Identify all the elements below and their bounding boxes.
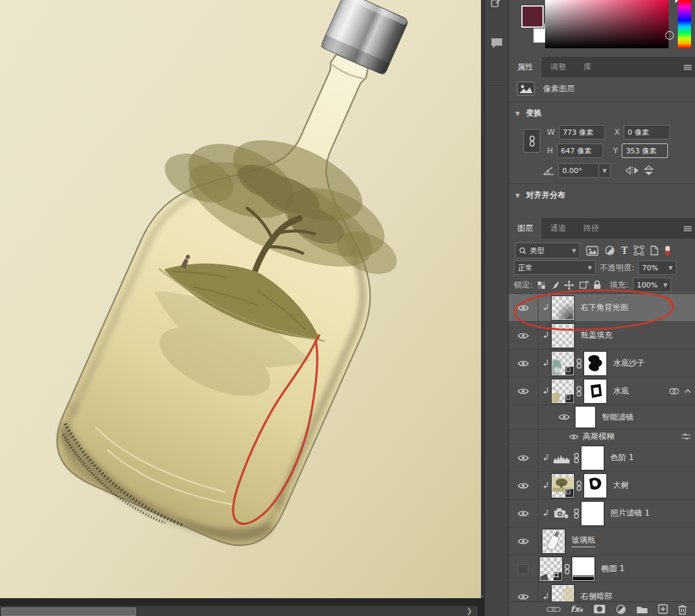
tab-layers[interactable]: 图层 [509, 218, 542, 239]
visibility-eye-icon[interactable] [509, 472, 538, 499]
layer-name[interactable]: 玻璃瓶 [571, 535, 595, 547]
filter-blending-options-icon[interactable] [681, 433, 691, 440]
delete-layer-trash-icon[interactable] [678, 604, 687, 615]
flip-horizontal-icon[interactable] [625, 166, 640, 175]
height-field[interactable]: 647 像素 [557, 143, 603, 158]
layer-row[interactable]: 瓶盖填充 [509, 322, 695, 350]
visibility-eye-icon[interactable] [509, 583, 538, 601]
visibility-eye-icon[interactable] [509, 350, 538, 377]
vector-mask-thumbnail[interactable] [572, 557, 595, 581]
scrollbar-thumb[interactable] [1, 607, 136, 616]
layer-name[interactable]: 照片滤镜 1 [610, 508, 649, 519]
layer-name[interactable]: 右下角背光面 [581, 302, 628, 313]
layer-name[interactable]: 右侧暗部 [581, 591, 612, 601]
layer-row-selected[interactable]: 右下角背光面 [509, 294, 695, 322]
tab-adjustments[interactable]: 调整 [542, 57, 575, 77]
layer-style-fx-icon[interactable]: fx▼ [571, 604, 583, 614]
link-layers-icon[interactable] [546, 606, 561, 613]
layer-row[interactable]: 色阶 1 [509, 444, 695, 472]
rotation-angle-field[interactable]: 0.00° [558, 163, 599, 178]
layer-mask-thumbnail[interactable] [584, 474, 606, 498]
layer-mask-thumbnail[interactable] [581, 502, 604, 525]
new-layer-icon[interactable] [658, 604, 668, 614]
scroll-right-arrow[interactable]: ❯ [466, 607, 472, 615]
link-dimensions-button[interactable] [523, 129, 540, 153]
fill-value[interactable]: 100%▼ [633, 278, 671, 292]
opacity-value[interactable]: 70%▼ [638, 260, 677, 275]
layer-row[interactable]: 玻璃瓶 [509, 527, 695, 555]
lock-pixels-brush-icon[interactable] [550, 280, 560, 289]
layer-row[interactable]: 大树 [509, 472, 695, 500]
smart-object-thumbnail[interactable] [552, 474, 574, 498]
panel-menu-icon[interactable] [683, 64, 692, 71]
visibility-eye-icon[interactable] [509, 500, 538, 527]
filter-name[interactable]: 高斯模糊 [583, 431, 614, 442]
layer-mask-thumbnail[interactable] [584, 352, 606, 375]
layer-row[interactable]: 照片滤镜 1 [509, 500, 695, 527]
tab-channels[interactable]: 通道 [542, 218, 575, 239]
visibility-eye-icon[interactable] [509, 444, 538, 471]
edit-tool-icon[interactable] [490, 0, 503, 9]
layer-row[interactable]: 右侧暗部 [509, 583, 695, 601]
filter-toggle-pin-icon[interactable] [665, 245, 671, 256]
foreground-color-swatch[interactable] [521, 5, 544, 28]
visibility-eye-icon[interactable] [509, 377, 538, 404]
smart-filter-item-row[interactable]: 高斯模糊 [509, 430, 695, 444]
layer-filter-select[interactable]: 类型▼ [515, 243, 580, 258]
shape-layer-thumbnail[interactable] [540, 557, 562, 581]
smart-object-thumbnail[interactable] [552, 379, 574, 403]
lock-artboard-icon[interactable] [579, 281, 589, 289]
layer-name[interactable]: 椭圆 1 [601, 563, 624, 574]
layer-name[interactable]: 水底沙子 [613, 358, 645, 369]
x-field[interactable]: 0 像素 [624, 125, 670, 139]
horizontal-scrollbar[interactable]: ❯ [0, 605, 478, 616]
smart-object-thumbnail[interactable] [552, 352, 574, 375]
layer-row[interactable]: 水底沙子 [509, 350, 695, 377]
visibility-eye-icon[interactable] [509, 294, 538, 321]
layer-name[interactable]: 色阶 1 [610, 452, 634, 463]
align-distribute-header[interactable]: ▼ 对齐并分布 [515, 190, 566, 201]
visibility-eye-icon[interactable] [509, 322, 538, 349]
layer-thumbnail[interactable] [542, 529, 565, 553]
new-group-folder-icon[interactable] [636, 605, 648, 614]
panel-menu-icon[interactable] [683, 225, 692, 232]
color-cursor[interactable] [665, 31, 674, 40]
saturation-brightness-field[interactable] [545, 0, 669, 48]
filter-pixel-layers-icon[interactable] [586, 246, 599, 256]
layer-mask-thumbnail[interactable] [581, 446, 604, 470]
visibility-eye-icon[interactable] [558, 413, 570, 421]
visibility-eye-icon[interactable] [569, 434, 579, 440]
layer-thumbnail[interactable] [552, 324, 574, 348]
lock-all-icon[interactable] [593, 280, 601, 289]
y-field[interactable]: 353 像素 [622, 143, 668, 158]
document-canvas[interactable] [0, 0, 481, 598]
smart-filters-row[interactable]: 智能滤镜 [509, 405, 695, 430]
tab-libraries[interactable]: 库 [575, 57, 600, 77]
filter-type-layers-icon[interactable]: T [621, 245, 628, 256]
smart-filters-label[interactable]: 智能滤镜 [602, 412, 634, 423]
layer-thumbnail[interactable] [552, 585, 574, 602]
blend-mode-select[interactable]: 正常▼ [514, 260, 596, 275]
visibility-eye-empty[interactable] [509, 555, 538, 582]
width-field[interactable]: 773 像素 [559, 125, 605, 139]
filter-shape-layers-icon[interactable] [634, 245, 644, 256]
collapse-smart-filters-chevron[interactable] [684, 389, 691, 393]
layer-mask-thumbnail[interactable] [584, 379, 606, 403]
angle-dropdown-button[interactable]: ▼ [599, 163, 610, 178]
visibility-eye-icon[interactable] [509, 527, 538, 555]
new-adjustment-layer-icon[interactable] [616, 604, 626, 615]
lock-transparent-icon[interactable] [537, 281, 546, 289]
hue-slider-marker[interactable] [675, 0, 679, 3]
filter-adjustment-layers-icon[interactable] [604, 245, 615, 256]
hue-slider[interactable] [678, 0, 691, 48]
collapse-chevron-icon[interactable]: ⌄ [478, 592, 484, 599]
tab-paths[interactable]: 路径 [575, 218, 608, 239]
tab-properties[interactable]: 属性 [509, 57, 542, 77]
filter-smart-objects-icon[interactable] [650, 245, 659, 256]
comment-icon[interactable] [490, 36, 503, 50]
photo-filter-adjustment-icon[interactable] [552, 507, 571, 520]
layer-name[interactable]: 水底 [613, 385, 629, 397]
layer-row-hidden[interactable]: 椭圆 1 [509, 555, 695, 583]
add-layer-mask-icon[interactable] [593, 604, 606, 614]
lock-position-icon[interactable] [564, 280, 574, 290]
